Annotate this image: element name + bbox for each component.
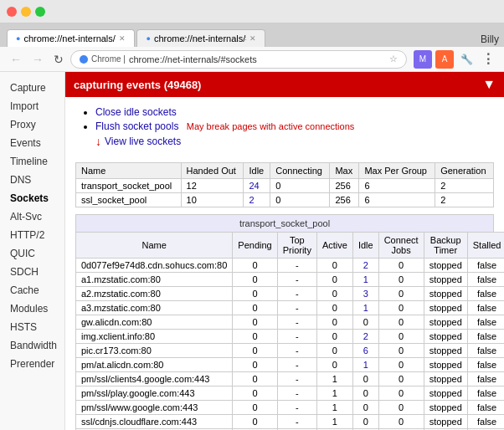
tab-sockets[interactable]: ● chrome://net-internals/#soc… ✕: [7, 29, 135, 47]
refresh-button[interactable]: ↻: [50, 51, 67, 68]
cell-detail-name: 0d077ef9e74d8.cdn.sohucs.com:80: [76, 259, 233, 273]
cell-name: transport_socket_pool: [76, 179, 182, 193]
cell-idle: 2: [244, 193, 270, 207]
cell-detail-stalled: false: [467, 344, 504, 358]
col-max: Max: [330, 163, 359, 179]
sidebar-item-sdch[interactable]: SDCH: [0, 263, 64, 281]
cell-detail-stalled: false: [467, 401, 504, 415]
cell-detail-idle: 2: [352, 259, 378, 273]
cell-detail-active: 0: [316, 358, 352, 372]
cell-detail-idle: 1: [352, 358, 378, 372]
cell-detail-idle: 1: [352, 273, 378, 287]
banner-arrow-icon: ▼: [482, 77, 496, 92]
idle-link[interactable]: 24: [249, 181, 259, 191]
sidebar-item-proxy[interactable]: Proxy: [0, 115, 64, 134]
table-row: 0d077ef9e74d8.cdn.sohucs.com:80 0 - 0 2 …: [76, 259, 505, 273]
pool-detail-header: Name Pending Top Priority Active Idle Co…: [76, 233, 505, 259]
cell-detail-active: 0: [316, 287, 352, 301]
cell-handed-out: 12: [181, 179, 244, 193]
event-banner: capturing events (49468) ▼: [65, 72, 504, 97]
cell-detail-idle: 0: [352, 386, 378, 401]
idle-detail-link[interactable]: 1: [363, 274, 368, 284]
sidebar-item-events[interactable]: Events: [0, 134, 64, 152]
view-live-arrow-icon: ↓: [95, 135, 101, 148]
back-button[interactable]: ←: [7, 51, 25, 68]
cell-detail-active: 0: [316, 344, 352, 358]
sidebar-item-prerender[interactable]: Prerender: [0, 355, 64, 373]
cell-detail-active: 1: [316, 415, 352, 429]
cell-detail-active: 1: [316, 372, 352, 386]
cell-detail-pending: 0: [233, 415, 277, 429]
cell-detail-pending: 0: [233, 344, 277, 358]
cell-detail-name: pm/ssl/www.google.com:443: [76, 401, 233, 415]
idle-detail-link[interactable]: 2: [363, 331, 368, 341]
cell-detail-stalled: false: [467, 415, 504, 429]
sidebar-item-capture[interactable]: Capture: [0, 79, 64, 97]
tab-dns-close-icon[interactable]: ✕: [249, 34, 256, 43]
sidebar-item-quic[interactable]: QUIC: [0, 244, 64, 263]
sidebar-item-import[interactable]: Import: [0, 97, 64, 115]
sidebar-item-sockets[interactable]: Sockets: [0, 189, 64, 207]
cell-detail-active: 1: [316, 386, 352, 401]
cell-detail-stalled: false: [467, 372, 504, 386]
idle-link[interactable]: 2: [249, 195, 254, 205]
sidebar-item-bandwidth[interactable]: Bandwidth: [0, 336, 64, 355]
view-live-link[interactable]: View live sockets: [105, 136, 181, 147]
tab-close-icon[interactable]: ✕: [119, 34, 126, 43]
sidebar-item-dns[interactable]: DNS: [0, 171, 64, 189]
table-row: ssl_socket_pool 10 2 0 256 6 2: [76, 193, 494, 207]
tab-dns[interactable]: ● chrome://net-internals/#dns ✕: [136, 29, 265, 47]
cell-detail-name: a2.mzstatic.com:80: [76, 287, 233, 301]
detail-col-name: Name: [76, 233, 233, 259]
extensions-icon[interactable]: M: [414, 50, 432, 69]
url-bar[interactable]: Chrome | chrome://net-internals/#sockets…: [70, 50, 407, 69]
sidebar-item-http2[interactable]: HTTP/2: [0, 226, 64, 244]
user-name: Billy: [476, 32, 504, 47]
adsense-icon[interactable]: A: [435, 50, 454, 69]
sidebar-item-timeline[interactable]: Timeline: [0, 152, 64, 171]
sidebar-item-alt-svc[interactable]: Alt-Svc: [0, 207, 64, 226]
table-row: pic.cr173.com:80 0 - 0 6 0 stopped false: [76, 344, 505, 358]
cell-detail-stalled: false: [467, 273, 504, 287]
cell-detail-backup-timer: stopped: [424, 273, 467, 287]
sidebar-item-cache[interactable]: Cache: [0, 281, 64, 299]
close-button[interactable]: [7, 7, 17, 17]
col-handed-out: Handed Out: [181, 163, 244, 179]
table-row: ssl/cdnjs.cloudflare.com:443 0 - 1 0 0 s…: [76, 415, 505, 429]
pool-detail-table: Name Pending Top Priority Active Idle Co…: [75, 232, 504, 430]
chrome-icon: [80, 55, 88, 64]
col-generation: Generation: [435, 163, 494, 179]
cell-max-per-group: 6: [359, 179, 435, 193]
idle-detail-link[interactable]: 1: [363, 360, 368, 370]
minimize-button[interactable]: [21, 7, 31, 17]
flush-pools-link[interactable]: Flush socket pools: [95, 120, 178, 132]
cell-detail-idle: 3: [352, 287, 378, 301]
sidebar: Capture Import Proxy Events Timeline DNS…: [0, 72, 65, 430]
sidebar-item-hsts[interactable]: HSTS: [0, 318, 64, 336]
idle-detail-link[interactable]: 1: [363, 303, 368, 313]
sidebar-item-modules[interactable]: Modules: [0, 299, 64, 318]
cell-detail-connect-jobs: 0: [378, 301, 424, 315]
cell-detail-pending: 0: [233, 358, 277, 372]
table-row: pm/at.alicdn.com:80 0 - 0 1 0 stopped fa…: [76, 358, 505, 372]
detail-col-pending: Pending: [233, 233, 277, 259]
cell-detail-pending: 0: [233, 301, 277, 315]
pool-summary-table: Name Handed Out Idle Connecting Max Max …: [75, 162, 494, 207]
cell-detail-name: pm/at.alicdn.com:80: [76, 358, 233, 372]
cell-detail-priority: -: [277, 259, 316, 273]
action-list: Close idle sockets Flush socket pools Ma…: [65, 97, 504, 157]
cell-detail-stalled: false: [467, 259, 504, 273]
idle-detail-link[interactable]: 2: [363, 260, 368, 270]
more-icon[interactable]: ⋮: [479, 50, 497, 69]
idle-detail-link[interactable]: 3: [363, 289, 368, 299]
bookmark-icon[interactable]: ☆: [389, 54, 398, 64]
cell-detail-backup-timer: stopped: [424, 344, 467, 358]
maximize-button[interactable]: [35, 7, 45, 17]
cell-connecting: 0: [270, 193, 330, 207]
idle-detail-link[interactable]: 6: [363, 346, 368, 356]
table-row: a2.mzstatic.com:80 0 - 0 3 0 stopped fal…: [76, 287, 505, 301]
pool-summary: Name Handed Out Idle Connecting Max Max …: [75, 162, 494, 207]
tools-icon[interactable]: 🔧: [457, 50, 476, 69]
forward-button[interactable]: →: [28, 51, 47, 68]
close-idle-link[interactable]: Close idle sockets: [95, 106, 177, 118]
